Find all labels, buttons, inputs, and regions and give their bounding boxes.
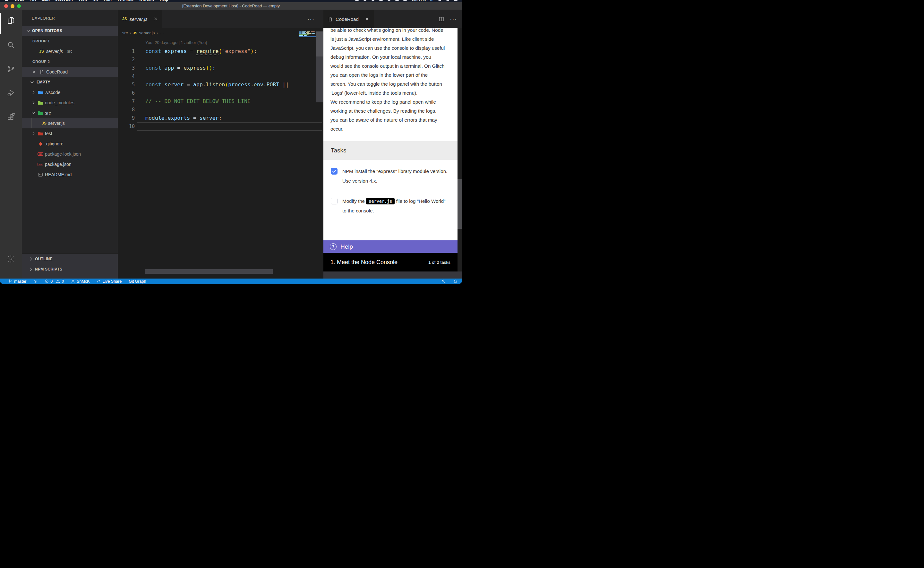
lesson-text: be able to check what's going on in your… (330, 28, 450, 133)
menu-edit[interactable]: Edit (42, 0, 50, 2)
control-center-icon[interactable] (454, 0, 458, 1)
tree-item-gitignore[interactable]: .gitignore (22, 139, 118, 149)
line-number: 2 (118, 56, 135, 64)
codelens-annotation[interactable]: You, 20 days ago | 1 author (You) (118, 38, 317, 47)
macos-menubar: Code File Edit Selection View Go Run Ter… (0, 0, 462, 2)
tree-item-vscode[interactable]: .vscode (22, 87, 118, 98)
editor-horizontal-scrollbar[interactable] (145, 269, 273, 274)
close-icon[interactable] (153, 17, 158, 21)
tree-item-package-json[interactable]: npm package.json (22, 159, 118, 169)
breadcrumb-separator: › (157, 31, 158, 35)
outline-section-header[interactable]: OUTLINE (22, 254, 118, 264)
notifications-button[interactable] (453, 279, 458, 284)
menubar-clock[interactable]: Sat 9:49 PM (411, 0, 433, 2)
breadcrumb[interactable]: src › JS server.js › … (118, 28, 323, 38)
webview-scrollbar[interactable] (458, 28, 462, 272)
lesson-progress-bar[interactable]: 1. Meet the Node Console 1 of 2 tasks (323, 253, 458, 272)
more-actions-ellipsis[interactable]: ··· (450, 15, 457, 23)
task-checkbox-unchecked[interactable] (331, 198, 338, 204)
bell-icon (453, 279, 458, 284)
sync-changes-button[interactable] (33, 279, 38, 283)
menu-go[interactable]: Go (93, 0, 98, 2)
explorer-sidebar: EXPLORER OPEN EDITORS GROUP 1 JS server.… (22, 10, 118, 278)
problems-item[interactable]: 0 0 (45, 279, 64, 284)
current-line[interactable]: 10 (118, 122, 317, 131)
source-control-icon[interactable] (0, 61, 22, 77)
tasks-header: Tasks (323, 141, 458, 160)
tree-item-node-modules[interactable]: node_modules (22, 98, 118, 108)
account-item[interactable]: ShMcK (71, 279, 89, 284)
explorer-icon[interactable] (0, 13, 22, 28)
line-number: 4 (118, 72, 135, 80)
settings-gear-icon[interactable] (0, 251, 22, 267)
siri-icon[interactable] (446, 0, 449, 1)
menubar-status-icon[interactable] (355, 0, 359, 1)
task-count: 1 of 2 tasks (428, 260, 451, 265)
file-icon (39, 69, 44, 74)
coderoad-panel: CodeRoad ··· be able to check what's goi… (323, 10, 462, 278)
live-share-button[interactable]: Live Share (96, 279, 122, 284)
help-bar[interactable]: ? Help (323, 240, 458, 253)
menubar-status-icon[interactable] (363, 0, 367, 1)
chevron-right-icon (31, 131, 36, 136)
minimap[interactable] (299, 32, 316, 37)
task-item-2: Modify the server.js file to log "Hello … (331, 196, 450, 216)
apple-logo-icon[interactable] (5, 0, 9, 1)
code-line (135, 106, 145, 114)
editor-actions-ellipsis[interactable]: ··· (307, 10, 314, 28)
minimap-current-line (299, 36, 316, 37)
open-editor-coderoad[interactable]: CodeRoad (22, 67, 118, 77)
spotlight-icon[interactable] (438, 0, 442, 1)
npm-scripts-section-header[interactable]: NPM SCRIPTS (22, 264, 118, 274)
tree-item-readme[interactable]: M↓ README.md (22, 169, 118, 180)
test-folder-icon (38, 131, 43, 136)
tree-item-test[interactable]: test (22, 128, 118, 139)
menubar-status-icon[interactable] (387, 0, 391, 1)
menubar-status-icon[interactable] (379, 0, 383, 1)
menubar-status-icon[interactable] (371, 0, 375, 1)
task-checkbox-checked[interactable] (331, 168, 338, 175)
code-chip: server.js (366, 198, 395, 204)
tree-item-serverjs[interactable]: JS server.js (22, 118, 118, 128)
task-item-1: NPM install the "express" library module… (331, 166, 450, 186)
chevron-down-icon (31, 110, 36, 116)
git-graph-button[interactable]: Git Graph (129, 279, 146, 284)
menubar-status-icon[interactable] (395, 0, 399, 1)
feedback-button[interactable] (441, 279, 446, 284)
menu-code[interactable]: Code (14, 0, 24, 2)
git-branch-item[interactable]: master (8, 279, 26, 284)
menu-terminal[interactable]: Terminal (117, 0, 133, 2)
run-debug-icon[interactable] (0, 85, 22, 101)
menu-window[interactable]: Window (139, 0, 154, 2)
open-editor-serverjs[interactable]: JS server.js src (22, 46, 118, 56)
editor-group-1: JS server.js ··· src › JS server.js › … … (118, 10, 323, 278)
chevron-right-icon (31, 100, 36, 105)
vscode-window: Code File Edit Selection View Go Run Ter… (0, 0, 462, 284)
menu-file[interactable]: File (30, 0, 36, 2)
tab-coderoad[interactable]: CodeRoad (323, 10, 374, 28)
close-icon[interactable] (365, 17, 369, 21)
js-file-icon: JS (122, 17, 127, 21)
code-editor[interactable]: You, 20 days ago | 1 author (You) 1const… (118, 38, 317, 278)
editor-vertical-scrollbar[interactable] (317, 10, 323, 278)
git-icon (38, 141, 43, 147)
menu-help[interactable]: Help (160, 0, 169, 2)
markdown-icon: M↓ (38, 172, 43, 177)
tree-item-package-lock[interactable]: npm package-lock.json (22, 149, 118, 159)
sidebar-bottom-sections: OUTLINE NPM SCRIPTS (22, 254, 118, 278)
menu-view[interactable]: View (78, 0, 87, 2)
search-icon[interactable] (0, 37, 22, 53)
extensions-icon[interactable] (0, 109, 22, 125)
warnings-icon (56, 279, 60, 283)
menu-selection[interactable]: Selection (55, 0, 73, 2)
editor-group-2-label: GROUP 2 (22, 56, 118, 67)
tree-item-src[interactable]: src (22, 108, 118, 118)
split-editor-icon[interactable] (439, 17, 444, 22)
line-number: 10 (118, 122, 135, 131)
workspace-section-header[interactable]: EMPTY (22, 77, 118, 87)
menu-run[interactable]: Run (104, 0, 112, 2)
open-editors-header[interactable]: OPEN EDITORS (22, 26, 118, 36)
menubar-status-icon[interactable] (403, 0, 407, 1)
tab-serverjs[interactable]: JS server.js (118, 10, 162, 28)
close-icon[interactable] (32, 70, 36, 74)
